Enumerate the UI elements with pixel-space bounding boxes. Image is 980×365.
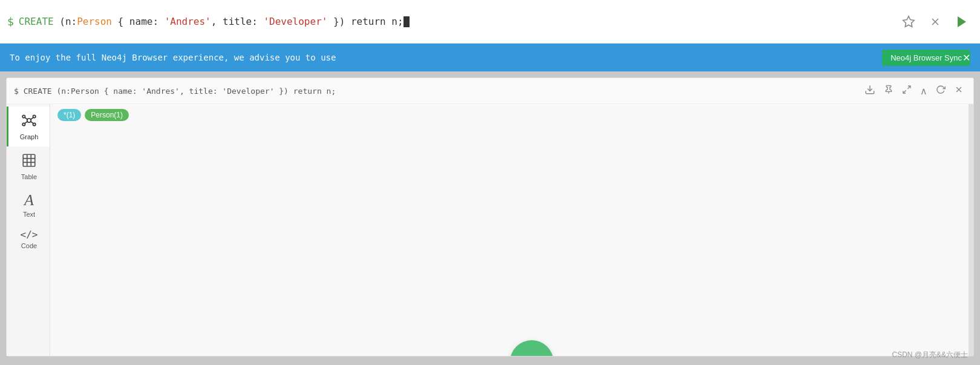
result-query-text: $ CREATE (n:Person { name: 'Andres', tit… xyxy=(14,87,336,96)
svg-marker-3 xyxy=(958,16,966,27)
graph-icon xyxy=(21,113,37,131)
result-header-actions: ∧ xyxy=(862,83,966,99)
svg-line-17 xyxy=(25,122,27,123)
svg-point-12 xyxy=(33,115,36,117)
svg-rect-19 xyxy=(23,154,35,166)
sidebar-item-table[interactable]: Table xyxy=(7,146,50,186)
expand-button[interactable] xyxy=(900,84,914,98)
result-body: Graph Table A Text </ xyxy=(7,104,973,356)
svg-line-16 xyxy=(31,117,33,119)
refresh-button[interactable] xyxy=(933,84,948,98)
graph-area: *(1) Person(1) Andres xyxy=(50,104,973,356)
nodes-tag-badge[interactable]: *(1) xyxy=(57,109,81,121)
svg-line-15 xyxy=(25,117,27,119)
star-button[interactable] xyxy=(898,11,920,33)
top-command-bar: $ CREATE (n:Person { name: 'Andres', tit… xyxy=(0,0,980,44)
watermark: CSDN @月亮&&六便士 xyxy=(892,350,968,360)
sidebar-item-code[interactable]: </> Code xyxy=(7,224,50,255)
svg-line-7 xyxy=(903,90,906,93)
close-result-button[interactable] xyxy=(952,84,966,98)
result-panel: $ CREATE (n:Person { name: 'Andres', tit… xyxy=(6,77,974,357)
neo4j-browser-sync-button[interactable]: Neo4j Browser Sync xyxy=(882,50,970,66)
svg-line-6 xyxy=(907,86,910,89)
code-icon: </> xyxy=(21,230,38,240)
download-button[interactable] xyxy=(862,83,878,99)
graph-label: Graph xyxy=(20,133,39,140)
table-label: Table xyxy=(21,173,37,180)
result-header-left: $ CREATE (n:Person { name: 'Andres', tit… xyxy=(14,87,336,96)
svg-point-11 xyxy=(22,115,25,117)
command-input-display: CREATE (n:Person { name: 'Andres', title… xyxy=(19,16,898,28)
banner-close-button[interactable]: ✕ xyxy=(962,52,970,64)
svg-point-13 xyxy=(22,123,25,125)
banner-text: To enjoy the full Neo4j Browser experien… xyxy=(10,53,876,62)
close-top-button[interactable] xyxy=(924,11,946,33)
tag-row: *(1) Person(1) xyxy=(50,104,136,126)
top-bar-actions xyxy=(898,11,973,33)
browser-sync-banner: To enjoy the full Neo4j Browser experien… xyxy=(0,44,980,71)
text-label: Text xyxy=(23,211,35,218)
svg-line-18 xyxy=(31,122,33,123)
sidebar-item-text[interactable]: A Text xyxy=(7,186,50,224)
svg-marker-0 xyxy=(903,16,914,26)
result-header: $ CREATE (n:Person { name: 'Andres', tit… xyxy=(7,78,973,104)
left-sidebar: Graph Table A Text </ xyxy=(7,104,50,356)
person-tag-badge[interactable]: Person(1) xyxy=(85,109,129,121)
run-button[interactable] xyxy=(951,11,973,33)
dollar-sign: $ xyxy=(7,15,14,28)
table-icon xyxy=(21,153,37,171)
scrollbar-track[interactable] xyxy=(969,104,973,356)
graph-node-andres[interactable]: Andres xyxy=(510,340,554,356)
sidebar-item-graph[interactable]: Graph xyxy=(7,107,50,146)
pin-button[interactable] xyxy=(881,84,896,98)
scroll-up-button[interactable]: ∧ xyxy=(918,84,930,98)
svg-point-14 xyxy=(33,123,36,125)
code-label: Code xyxy=(21,242,37,249)
text-icon: A xyxy=(24,192,34,208)
